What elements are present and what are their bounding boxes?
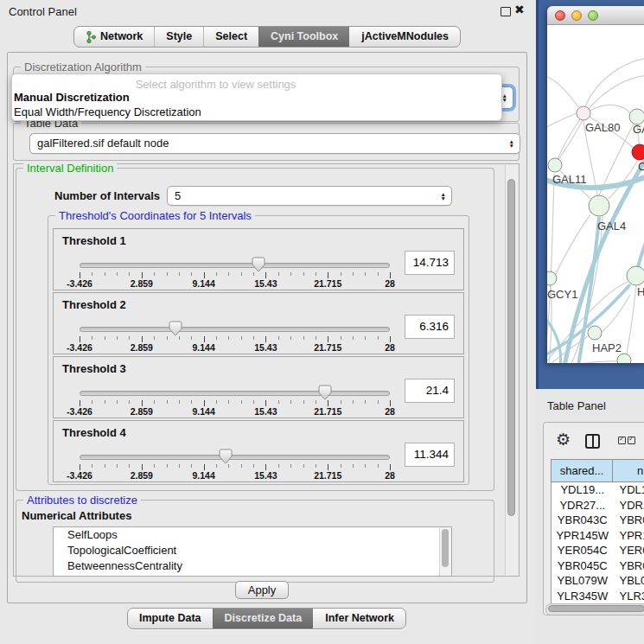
threshold-value-field[interactable]: 11.344 [405, 443, 455, 467]
columns-icon[interactable] [585, 434, 600, 449]
tab-infer-network[interactable]: Infer Network [313, 609, 405, 628]
attribute-item[interactable]: SelfLoops [54, 527, 451, 543]
network-canvas[interactable]: GAL80GACGAL11GAL4GCY1HHAP2 [547, 25, 644, 363]
tab-jactivemnodules[interactable]: jActiveMNodules [349, 27, 460, 47]
cell-shared-name[interactable]: YDL19... [552, 482, 614, 498]
network-edge-thick[interactable] [638, 233, 644, 267]
column-header-shared-name[interactable]: shared... [551, 459, 613, 482]
slider-thumb[interactable] [252, 257, 265, 272]
cell-shared-name[interactable]: YDR27... [552, 498, 614, 513]
number-of-intervals-label: Number of Intervals [54, 189, 160, 202]
slider-track[interactable] [80, 263, 390, 268]
network-node-gal80[interactable] [577, 106, 590, 120]
float-window-icon[interactable] [501, 7, 511, 16]
cell-shared-name[interactable]: YPR145W [552, 528, 614, 544]
cell-name[interactable]: YBR0 [614, 558, 644, 574]
attributes-listbox[interactable]: SelfLoopsTopologicalCoefficientBetweenne… [53, 526, 452, 577]
cell-shared-name[interactable]: YBR045C [552, 558, 614, 574]
minimize-traffic-light[interactable] [571, 10, 582, 21]
table-row[interactable]: YDR27...YDR2 [552, 498, 644, 513]
list-scrollbar[interactable] [439, 527, 451, 576]
threshold-value-field[interactable]: 21.4 [405, 379, 455, 403]
slider-thumb[interactable] [318, 385, 332, 400]
network-node-gal4[interactable] [589, 195, 609, 216]
close-traffic-light[interactable] [555, 10, 565, 21]
cell-name[interactable]: YDR2 [614, 498, 644, 513]
table-row[interactable]: YDL19...YDL1 [552, 482, 644, 498]
horizontal-scrollbar-thumb[interactable] [548, 605, 644, 612]
attribute-item[interactable]: TopologicalCoefficient [54, 543, 451, 558]
table-row[interactable]: YBR043CYBR0 [552, 513, 644, 528]
threshold-value-field[interactable]: 14.713 [405, 251, 455, 275]
vertical-scrollbar[interactable] [505, 165, 518, 575]
network-edge[interactable] [627, 285, 636, 354]
gear-icon[interactable]: ⚙ [556, 430, 571, 450]
cell-name[interactable]: YER0 [614, 543, 644, 558]
network-window[interactable]: GAL80GACGAL11GAL4GCY1HHAP2 [547, 6, 644, 363]
threshold-label: Threshold 1 [62, 234, 126, 247]
network-node-hap2[interactable] [588, 326, 602, 340]
number-of-intervals-combobox[interactable]: 5 ▲▼ [167, 186, 452, 206]
network-node-label: GAL80 [585, 121, 620, 134]
slider-thumb[interactable] [219, 449, 233, 464]
network-node-label: GAL11 [552, 173, 587, 186]
network-graph[interactable]: GAL80GACGAL11GAL4GCY1HHAP2 [547, 25, 644, 363]
cell-shared-name[interactable]: YER054C [552, 543, 614, 558]
apply-button[interactable]: Apply [235, 581, 289, 599]
cell-shared-name[interactable]: YBR043C [552, 513, 614, 528]
list-scrollbar-thumb[interactable] [442, 529, 449, 567]
slider-thumb[interactable] [169, 321, 182, 336]
slider-tick-label: 9.144 [192, 342, 214, 353]
network-node-gcy1[interactable] [547, 271, 557, 285]
tab-cyni-toolbox[interactable]: Cyni Toolbox [258, 27, 349, 47]
vertical-scrollbar-thumb[interactable] [507, 179, 515, 516]
table-row[interactable]: YBR045CYBR0 [552, 558, 644, 574]
slider-tick [390, 336, 391, 342]
network-edge[interactable] [547, 75, 578, 107]
table-row[interactable]: YLR345WYLR3 [552, 589, 644, 604]
network-edge[interactable] [558, 120, 583, 160]
tab-network[interactable]: Network [74, 27, 154, 47]
slider-tick [353, 464, 354, 468]
table-data-combobox[interactable]: galFiltered.sif default node ▲▼ [29, 133, 520, 154]
network-edge[interactable] [547, 113, 577, 129]
cell-name[interactable]: YBL0 [614, 573, 644, 589]
slider-track[interactable] [80, 391, 390, 396]
network-edge[interactable] [585, 58, 644, 106]
tab-select[interactable]: Select [203, 27, 258, 47]
algorithm-option-equal-width[interactable]: Equal Width/Frequency Discretization [14, 105, 201, 118]
network-node-c[interactable] [632, 144, 644, 160]
network-edge[interactable] [590, 105, 630, 113]
tab-impute-data[interactable]: Impute Data [128, 609, 213, 628]
horizontal-scrollbar[interactable] [545, 603, 644, 615]
slider-track[interactable] [80, 327, 390, 332]
cell-name[interactable]: YDL1 [614, 482, 644, 498]
threshold-value-field[interactable]: 6.316 [405, 315, 455, 339]
cell-shared-name[interactable]: YBL079W [552, 573, 614, 589]
network-edge-thick[interactable] [564, 161, 644, 363]
column-header-name[interactable]: n [613, 459, 644, 482]
cell-name[interactable]: YBR0 [614, 513, 644, 528]
table-row[interactable]: YER054CYER0 [552, 543, 644, 558]
network-edge[interactable] [547, 361, 617, 363]
slider-tick [142, 400, 143, 406]
table-row[interactable]: YPR145WYPR1 [552, 528, 644, 544]
network-node-gal11[interactable] [548, 158, 562, 172]
select-columns-icon[interactable] [618, 437, 635, 444]
network-node[interactable] [617, 354, 631, 363]
cell-shared-name[interactable]: YLR345W [552, 589, 614, 604]
tab-style[interactable]: Style [154, 27, 203, 47]
network-edge[interactable] [556, 214, 590, 274]
cell-name[interactable]: YPR1 [614, 528, 644, 544]
close-icon[interactable]: ✖ [514, 3, 525, 16]
zoom-traffic-light[interactable] [588, 10, 598, 21]
table-row[interactable]: YBL079WYBL0 [552, 573, 644, 589]
network-window-titlebar[interactable] [547, 6, 644, 25]
tab-discretize-data[interactable]: Discretize Data [213, 609, 314, 628]
cell-name[interactable]: YLR3 [614, 589, 644, 604]
attribute-item[interactable]: BetweennessCentrality [54, 558, 451, 574]
network-node-label: GCY1 [547, 288, 577, 301]
network-node-h[interactable] [627, 266, 644, 285]
algorithm-option-manual[interactable]: Manual Discretization [14, 91, 130, 104]
slider-track[interactable] [80, 455, 390, 460]
